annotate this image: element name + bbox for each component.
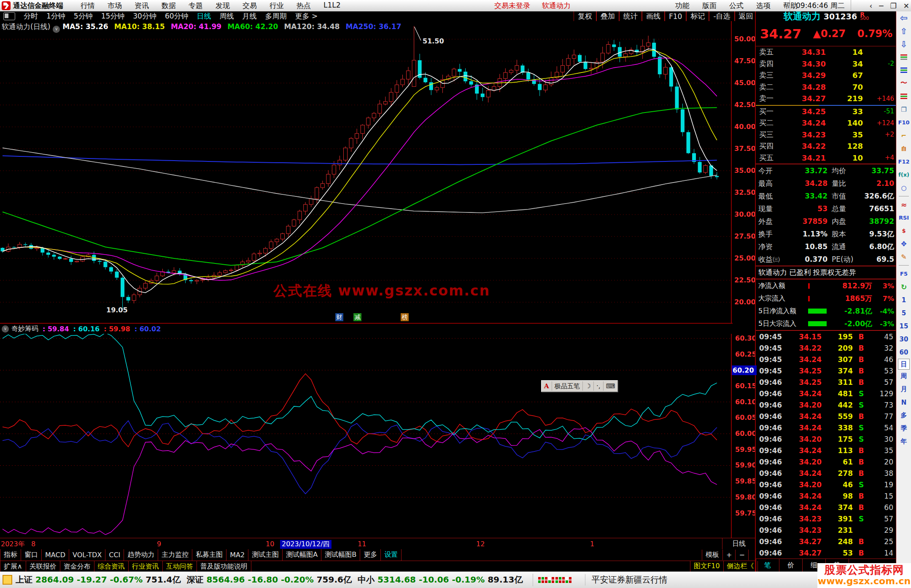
period-quick-年[interactable]: 年 [898, 435, 910, 448]
period-tab-30分钟[interactable]: 30分钟 [129, 11, 161, 21]
ime-mode-button[interactable]: A [542, 381, 552, 391]
back-button[interactable]: ‹ [869, 2, 872, 10]
menu-item-选项[interactable]: 选项 [750, 1, 777, 11]
custom-stock-button[interactable]: 自 [898, 142, 910, 155]
toolbar-button-画线[interactable]: 画线 [642, 11, 665, 21]
toolbar-button-叠加[interactable]: 叠加 [596, 11, 619, 21]
close-button[interactable]: ✕ [903, 2, 909, 10]
main-chart[interactable]: 软通动力(日线)∨MA5: 35.26MA10: 38.15MA20: 41.9… [0, 21, 731, 323]
period-tab-日线[interactable]: 日线 [193, 11, 216, 21]
indicator-tab-CCI[interactable]: CCI [105, 549, 124, 561]
move-icon[interactable]: ✥ [898, 237, 910, 250]
period-tab-多周期[interactable]: 多周期 [261, 11, 291, 21]
extension-tab-综合资讯[interactable]: 综合资讯 [94, 561, 129, 572]
period-quick-5[interactable]: 5 [898, 306, 910, 320]
pencil-icon[interactable]: ✎ [898, 250, 910, 263]
indicator-tab-更多[interactable]: 更多 [360, 549, 381, 561]
toolbar-button-标记[interactable]: 标记 [686, 11, 709, 21]
circle-icon[interactable]: ○ [898, 181, 910, 194]
tick-view-tab-笔[interactable]: 笔 [756, 559, 779, 572]
rsi-icon[interactable]: RSI [898, 211, 910, 224]
toolbar-button--自选[interactable]: -自选 [709, 11, 734, 21]
period-tab-更多 >[interactable]: 更多 > [291, 11, 322, 21]
toolbar-button-统计[interactable]: 统计 [619, 11, 642, 21]
connection-icon[interactable] [3, 575, 12, 585]
period-quick-季[interactable]: 季 [898, 422, 910, 435]
menu-item-交易[interactable]: 交易 [236, 1, 263, 11]
menu-item-热点[interactable]: 热点 [290, 1, 317, 11]
indicator-svg[interactable] [0, 333, 731, 538]
menu-item-发现[interactable]: 发现 [209, 1, 236, 11]
indicator-tab-趋势动力[interactable]: 趋势动力 [124, 549, 158, 561]
add-pane-button[interactable]: + [722, 550, 736, 560]
toolbar-button-返回[interactable]: 返回 [735, 11, 757, 21]
block-structure-icon[interactable]: ⌐ [898, 129, 910, 142]
refresh-icon[interactable]: ↻ [898, 280, 910, 293]
template-button[interactable]: 模板 [702, 550, 723, 560]
period-tab-60分钟[interactable]: 60分钟 [161, 11, 193, 21]
extension-tab-普及版功能说明[interactable]: 普及版功能说明 [197, 561, 251, 572]
money-icon[interactable]: $ [898, 224, 910, 237]
f10-button[interactable]: F10 [898, 116, 910, 129]
ime-fullhalf-icon[interactable]: ☽ [583, 381, 594, 391]
period-quick-月[interactable]: 月 [898, 383, 910, 396]
quote-list-icon[interactable] [898, 64, 910, 77]
period-quick-周[interactable]: 周 [898, 370, 910, 383]
ime-keyboard-icon[interactable]: ⌨ [604, 381, 618, 391]
restore-button[interactable]: ❐ [890, 2, 897, 10]
ime-punct-icon[interactable]: ·, [594, 381, 604, 391]
indicator-tab-测试幅图A[interactable]: 测试幅图A [282, 549, 321, 561]
period-tab-月线[interactable]: 月线 [238, 11, 261, 21]
period-quick-15[interactable]: 15 [898, 320, 910, 333]
indicator-tab-MA2[interactable]: MA2 [226, 549, 248, 561]
layout-toggle-icon[interactable] [3, 12, 15, 20]
period-quick-30[interactable]: 30 [898, 333, 910, 346]
scroll-up-icon[interactable]: ⇧ [898, 24, 910, 38]
period-quick-日[interactable]: 日 [898, 359, 910, 370]
menu-alert[interactable]: 交易未登录 [488, 1, 536, 11]
remove-pane-button[interactable]: − [735, 550, 748, 560]
extension-tab-关联报价[interactable]: 关联报价 [26, 561, 60, 572]
back-arrow-icon[interactable]: ⇦ [898, 11, 910, 24]
menu-item-数据[interactable]: 数据 [155, 1, 182, 11]
timeframe-label[interactable]: 日线 [722, 538, 755, 549]
menu-item-L1L2[interactable]: L1L2 [317, 1, 347, 11]
main-chart-svg[interactable] [0, 21, 731, 323]
extension-tab-行业资讯[interactable]: 行业资讯 [128, 561, 163, 572]
indicator-tab-设置[interactable]: 设置 [380, 549, 402, 561]
graphic-f10-button[interactable]: 图文F10 [690, 561, 724, 572]
menu-item-行情[interactable]: 行情 [74, 1, 101, 11]
toolbar-button-F10[interactable]: F10 [665, 11, 686, 21]
f5-button[interactable]: F5 [898, 267, 910, 280]
pages-icon[interactable]: ❐ [898, 103, 910, 116]
indicator-tab-MACD[interactable]: MACD [41, 549, 69, 561]
scroll-down-icon[interactable]: ⇩ [898, 38, 910, 51]
chart-badge-减[interactable]: 减 [353, 313, 361, 321]
menu-item-资讯[interactable]: 资讯 [128, 1, 155, 11]
period-quick-多[interactable]: 多 [898, 409, 910, 422]
index-quote-中小[interactable]: 中小 5314.68 -10.06 -0.19% 89.13亿 [358, 574, 523, 585]
formula-icon[interactable]: f(x) [898, 168, 910, 181]
indicator-tab-测试主图[interactable]: 测试主图 [248, 549, 283, 561]
indicator-tab-私募主图[interactable]: 私募主图 [192, 549, 226, 561]
chevron-down-icon[interactable]: ∨ [2, 325, 9, 333]
menu-item-功能[interactable]: 功能 [669, 1, 696, 11]
chart-badge-财[interactable]: 财 [335, 313, 343, 321]
indicator-tab-指标[interactable]: 指标 [0, 549, 21, 561]
side-panel-button[interactable]: 侧边栏《 [723, 561, 758, 572]
menu-item-专题[interactable]: 专题 [182, 1, 209, 11]
indicator-tab-窗口[interactable]: 窗口 [21, 549, 42, 561]
period-tab-分时[interactable]: 分时 [19, 11, 42, 21]
wave-icon[interactable]: ≈ [898, 198, 910, 211]
extension-tab-互动问答[interactable]: 互动问答 [162, 561, 197, 572]
period-tab-周线[interactable]: 周线 [216, 11, 238, 21]
indicator-tab-VOL-TDX[interactable]: VOL-TDX [69, 549, 105, 561]
indicator-tab-测试幅图B[interactable]: 测试幅图B [321, 549, 360, 561]
indicator-tab-主力监控[interactable]: 主力监控 [158, 549, 192, 561]
kline-icon[interactable] [898, 90, 910, 103]
menu-item-市场[interactable]: 市场 [101, 1, 128, 11]
toolbar-button-复权[interactable]: 复权 [574, 11, 596, 21]
period-quick-1[interactable]: 1 [898, 293, 910, 306]
menu-alert[interactable]: 软通动力 [536, 1, 577, 11]
tick-view-tab-价[interactable]: 价 [779, 559, 803, 572]
